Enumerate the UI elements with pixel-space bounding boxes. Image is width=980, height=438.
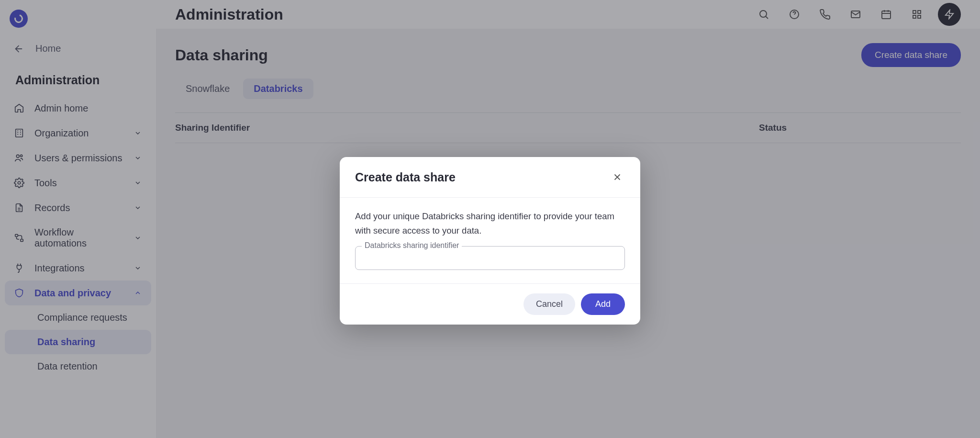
modal-scrim[interactable]: Create data share Add your unique Databr… [0, 0, 980, 438]
close-icon [612, 172, 623, 182]
add-button[interactable]: Add [581, 293, 625, 315]
create-data-share-modal: Create data share Add your unique Databr… [340, 157, 640, 325]
modal-close-button[interactable] [610, 169, 625, 185]
field-label: Databricks sharing identifier [362, 241, 462, 250]
modal-description: Add your unique Databricks sharing ident… [355, 201, 625, 237]
cancel-button[interactable]: Cancel [523, 293, 575, 315]
modal-title: Create data share [355, 170, 610, 184]
